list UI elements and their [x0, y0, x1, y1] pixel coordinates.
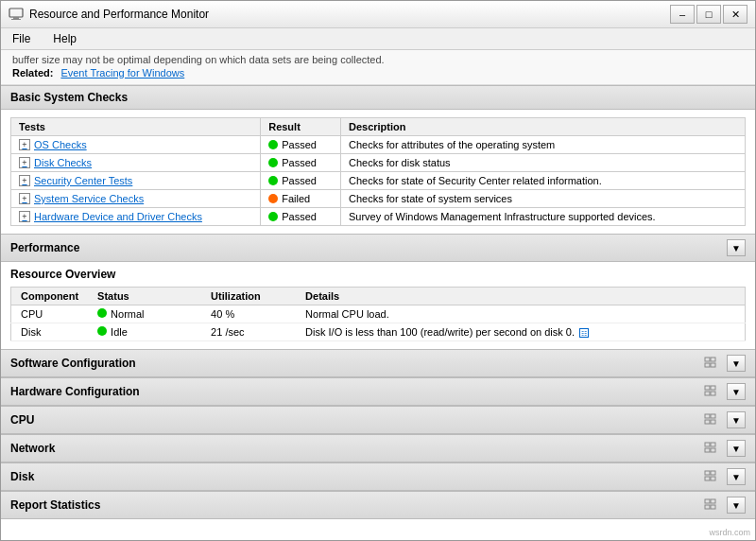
- check-expand-icon-4[interactable]: +Hardware Device and Driver Checks: [19, 211, 252, 222]
- section-collapse-btn-0[interactable]: ▼: [727, 355, 746, 372]
- svg-rect-8: [711, 386, 715, 390]
- maximize-button[interactable]: □: [696, 5, 721, 24]
- res-col-component: Component: [11, 288, 89, 305]
- menu-file[interactable]: File: [9, 30, 34, 47]
- resource-overview-title: Resource Overview: [10, 268, 746, 281]
- section-hardware-configuration[interactable]: Hardware Configuration ▼: [1, 377, 755, 406]
- section-title-3: Network: [10, 442, 55, 455]
- svg-rect-12: [711, 414, 715, 418]
- close-button[interactable]: ✕: [723, 5, 747, 24]
- section-collapse-btn-2[interactable]: ▼: [727, 411, 746, 428]
- result-cell-4: Passed: [268, 211, 333, 222]
- check-link-1[interactable]: Disk Checks: [34, 157, 92, 168]
- result-cell-3: Failed: [268, 193, 333, 204]
- table-row: +Security Center TestsPassedChecks for s…: [11, 172, 746, 190]
- section-cpu[interactable]: CPU ▼: [1, 406, 755, 434]
- section-right-3: ▼: [704, 440, 746, 457]
- details-link-icon[interactable]: ☷: [579, 328, 589, 338]
- grid-icon-2: [704, 413, 721, 427]
- info-text: buffer size may not be optimal depending…: [12, 54, 744, 65]
- res-details-0: Normal CPU load.: [296, 305, 745, 323]
- svg-rect-5: [705, 363, 710, 367]
- window-title: Resource and Performance Monitor: [29, 8, 209, 21]
- section-disk[interactable]: Disk ▼: [1, 462, 755, 491]
- check-link-2[interactable]: Security Center Tests: [34, 175, 132, 186]
- res-utilization-0: 40 %: [201, 305, 296, 323]
- svg-rect-20: [711, 471, 715, 475]
- performance-title: Performance: [10, 241, 79, 254]
- resource-row: CPUNormal40 %Normal CPU load.: [11, 305, 746, 323]
- section-network[interactable]: Network ▼: [1, 434, 755, 462]
- resource-overview-content: Resource Overview Component Status Utili…: [1, 262, 755, 349]
- svg-rect-1: [13, 17, 19, 19]
- check-link-3[interactable]: System Service Checks: [34, 193, 144, 204]
- check-expand-icon-2[interactable]: +Security Center Tests: [19, 175, 252, 186]
- section-collapse-btn-4[interactable]: ▼: [727, 468, 746, 485]
- result-text-0: Passed: [282, 139, 317, 150]
- section-right-4: ▼: [704, 468, 746, 485]
- check-link-0[interactable]: OS Checks: [34, 139, 87, 150]
- main-window: Resource and Performance Monitor – □ ✕ F…: [0, 0, 756, 541]
- section-title-0: Software Configuration: [10, 357, 136, 370]
- section-collapse-btn-3[interactable]: ▼: [727, 440, 746, 457]
- svg-rect-18: [711, 448, 715, 452]
- svg-rect-9: [705, 392, 710, 395]
- section-collapse-btn-5[interactable]: ▼: [727, 497, 746, 514]
- check-expand-icon-1[interactable]: +Disk Checks: [19, 157, 252, 168]
- res-utilization-1: 21 /sec: [201, 323, 296, 341]
- svg-rect-17: [705, 448, 710, 452]
- svg-rect-11: [705, 414, 710, 418]
- section-right-2: ▼: [704, 411, 746, 428]
- check-expand-icon-3[interactable]: +System Service Checks: [19, 193, 252, 204]
- grid-icon-4: [704, 470, 721, 483]
- section-right-1: ▼: [704, 383, 746, 400]
- status-dot-3: [268, 194, 278, 203]
- res-col-details: Details: [296, 288, 745, 305]
- svg-rect-19: [705, 471, 710, 475]
- section-right-0: ▼: [704, 355, 746, 372]
- section-software-configuration[interactable]: Software Configuration ▼: [1, 349, 755, 377]
- svg-rect-25: [705, 505, 710, 509]
- content-area: buffer size may not be optimal depending…: [1, 50, 755, 540]
- check-expand-icon-0[interactable]: +OS Checks: [19, 139, 252, 150]
- status-dot-1: [268, 158, 278, 167]
- res-status-text-0: Normal: [111, 308, 144, 320]
- section-right-5: ▼: [704, 497, 746, 514]
- section-title-2: CPU: [10, 413, 34, 427]
- res-status-0: Normal: [88, 305, 201, 323]
- performance-collapse-btn[interactable]: ▼: [727, 239, 746, 256]
- performance-header[interactable]: Performance ▼: [1, 234, 755, 262]
- related-link[interactable]: Event Tracing for Windows: [60, 67, 184, 79]
- status-dot-2: [268, 176, 278, 185]
- col-description: Description: [340, 118, 745, 136]
- svg-rect-26: [711, 505, 715, 509]
- check-link-4[interactable]: Hardware Device and Driver Checks: [34, 211, 202, 222]
- status-dot-0: [268, 140, 278, 149]
- table-row: +System Service ChecksFailedChecks for s…: [11, 190, 746, 208]
- info-bar: buffer size may not be optimal depending…: [1, 50, 755, 85]
- basic-system-checks-content: Tests Result Description +OS ChecksPasse…: [1, 110, 755, 234]
- section-collapse-btn-1[interactable]: ▼: [727, 383, 746, 400]
- svg-rect-22: [711, 477, 715, 480]
- svg-rect-6: [711, 363, 715, 367]
- svg-rect-7: [705, 386, 710, 390]
- res-component-0: CPU: [11, 305, 89, 323]
- basic-system-checks-title: Basic System Checks: [10, 91, 128, 104]
- minimize-button[interactable]: –: [670, 5, 695, 24]
- description-0: Checks for attributes of the operating s…: [340, 136, 745, 154]
- svg-rect-2: [11, 19, 21, 20]
- basic-system-checks-header[interactable]: Basic System Checks: [1, 85, 755, 110]
- res-col-status: Status: [88, 288, 201, 305]
- section-title-4: Disk: [10, 470, 34, 483]
- svg-rect-4: [711, 358, 715, 361]
- svg-rect-14: [711, 420, 715, 424]
- menu-help[interactable]: Help: [49, 30, 80, 47]
- svg-rect-15: [705, 443, 710, 446]
- description-2: Checks for state of Security Center rela…: [340, 172, 745, 190]
- svg-rect-3: [705, 358, 710, 361]
- status-dot-4: [268, 212, 278, 221]
- res-dot-0: [97, 308, 107, 318]
- col-tests: Tests: [11, 118, 261, 136]
- result-text-1: Passed: [282, 157, 317, 168]
- section-report-statistics[interactable]: Report Statistics ▼: [1, 491, 755, 519]
